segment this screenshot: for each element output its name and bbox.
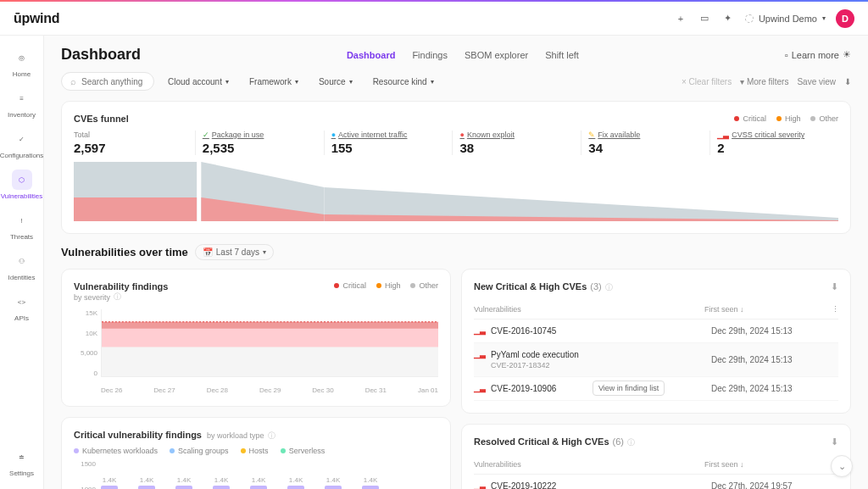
sidebar-item-vulnerabilities[interactable]: ⬡Vulnerabilities [0, 164, 43, 205]
brand-logo: pwind [14, 11, 59, 26]
resolved-cves-card: Resolved Critical & High CVEs (6) ⓘ ⬇ Vu… [461, 424, 851, 489]
funnel-chart [74, 162, 838, 221]
scroll-down-fab[interactable]: ⌄ [831, 455, 853, 477]
sidebar-item-settings[interactable]: ≐Settings [0, 442, 43, 482]
new-cves-card: New Critical & High CVEs (3) ⓘ ⬇ Vulnera… [461, 269, 851, 414]
funnel-stage-exploit[interactable]: ●Known exploit38 [452, 131, 581, 155]
check-circle-icon: ✓ [203, 131, 209, 139]
bug-icon: ⬡ [12, 169, 32, 190]
tab-dashboard[interactable]: Dashboard [347, 47, 395, 64]
sidebar-item-threats[interactable]: !Threats [0, 205, 43, 246]
sidebar-item-apis[interactable]: <>APIs [0, 286, 43, 327]
download-icon[interactable]: ⬇ [831, 281, 838, 292]
overtime-section: Vulnerabilities over time 📅 Last 7 days … [61, 244, 851, 260]
sidebar-item-configurations[interactable]: ✓Configurations [0, 124, 43, 164]
globe-icon: ● [331, 131, 336, 139]
resolved-cves-title: Resolved Critical & High CVEs [474, 436, 609, 447]
wrench-icon: ✎ [588, 131, 595, 139]
signal-icon: ▁▃ [474, 350, 486, 358]
table-row[interactable]: ▁▃CVE-2019-10222 Dec 27th, 2024 19:57 [474, 475, 838, 489]
workspace-name: Upwind Demo [759, 14, 817, 24]
findings-chart-subtitle: by severity ⓘ [74, 292, 168, 303]
code-icon: <> [12, 292, 32, 312]
table-row[interactable]: ▁▃CVE-2016-10745 Dec 29th, 2024 15:13 [474, 320, 838, 343]
search-input[interactable]: ⌕ [61, 72, 154, 91]
workload-legend: Kubernetes workloads Scaling groups Host… [74, 447, 438, 455]
alert-icon: ! [12, 210, 32, 231]
filter-resource-kind[interactable]: Resource kind ▾ [366, 74, 441, 90]
col-vulnerabilities[interactable]: Vulnerabilities [474, 460, 704, 469]
table-row[interactable]: ▁▃ PyYaml code executionCVE-2017-18342 D… [474, 343, 838, 377]
funnel-title: CVEs funnel [74, 114, 129, 124]
col-first-seen[interactable]: First seen [704, 305, 738, 314]
signal-icon: ▁▃ [474, 481, 486, 489]
funnel-card: CVEs funnel Critical High Other Total2,5… [61, 101, 851, 234]
funnel-stage-package[interactable]: ✓Package in use2,535 [195, 131, 324, 155]
filters-row: ⌕ Cloud account ▾ Framework ▾ Source ▾ R… [61, 72, 851, 91]
filter-cloud-account[interactable]: Cloud account ▾ [161, 74, 236, 90]
funnel-stage-fix[interactable]: ✎Fix available34 [581, 131, 709, 155]
sidebar-item-home[interactable]: ◎Home [0, 42, 43, 83]
workspace-dot-icon [745, 14, 754, 23]
kebab-icon[interactable]: ⋮ [832, 305, 838, 314]
workspace-switcher[interactable]: Upwind Demo ▾ [745, 14, 826, 24]
critical-findings-title: Critical vulnerability findings [74, 430, 202, 440]
sliders-icon: ≐ [12, 447, 32, 467]
chevron-down-icon: ▾ [822, 14, 826, 22]
book-icon[interactable]: ▭ [698, 12, 711, 25]
funnel-stage-cvss[interactable]: ▁▃CVSS critical severity2 [709, 131, 838, 155]
info-icon[interactable]: ⓘ [114, 292, 121, 303]
tab-sbom[interactable]: SBOM explorer [465, 47, 528, 64]
time-range-selector[interactable]: 📅 Last 7 days ▾ [195, 244, 274, 260]
resolved-cves-count: (6) [613, 436, 624, 447]
new-cves-title: New Critical & High CVEs [474, 281, 587, 292]
new-cves-count: (3) [590, 281, 601, 292]
page-tabs: Dashboard Findings SBOM explorer Shift l… [347, 47, 579, 64]
findings-chart-title: Vulnerability findings [74, 281, 168, 292]
clear-filters-button[interactable]: × Clear filters [682, 77, 732, 86]
app-header: pwind + ▭ ✦ Upwind Demo ▾ D [0, 2, 868, 36]
findings-area-chart: 15K10K5,0000 Dec 26Dec 27Dec 28Dec 29Dec… [74, 309, 438, 394]
critical-findings-bars: 15001000500 1.4K 1.4K 1.4K 1.4K 1.4K 1.4… [74, 460, 438, 490]
funnel-legend: Critical High Other [734, 114, 838, 123]
check-icon: ✓ [12, 129, 32, 149]
more-filters-button[interactable]: ▾ More filters [740, 77, 788, 86]
tab-shiftleft[interactable]: Shift left [545, 47, 579, 64]
funnel-stage-traffic[interactable]: ●Active internet traffic155 [324, 131, 453, 155]
avatar[interactable]: D [836, 9, 854, 28]
download-icon[interactable]: ⬇ [844, 77, 851, 86]
signal-icon: ▁▃ [474, 326, 486, 335]
view-in-finding-list-button[interactable]: View in finding list [593, 381, 665, 396]
search-icon: ⌕ [70, 76, 76, 86]
filter-framework[interactable]: Framework ▾ [242, 74, 305, 90]
table-row[interactable]: ▁▃CVE-2019-10906 View in finding list De… [474, 377, 838, 401]
signal-icon: ▁▃ [717, 131, 729, 139]
learn-more-link[interactable]: ▫ Learn more ☀ [785, 49, 851, 60]
sidebar-item-identities[interactable]: ⚇Identities [0, 246, 43, 286]
download-icon[interactable]: ⬇ [831, 436, 838, 447]
plus-icon[interactable]: + [674, 12, 687, 25]
sidebar-item-inventory[interactable]: ≡Inventory [0, 83, 43, 124]
save-view-button[interactable]: Save view [797, 77, 836, 86]
critical-findings-card: Critical vulnerability findings by workl… [61, 417, 451, 489]
target-icon: ◎ [12, 47, 32, 68]
col-first-seen[interactable]: First seen [704, 460, 738, 469]
signal-icon: ▁▃ [474, 384, 486, 392]
info-icon[interactable]: ⓘ [268, 431, 275, 442]
svg-rect-2 [102, 322, 438, 329]
info-icon[interactable]: ⓘ [627, 437, 635, 448]
sidebar: ◎Home ≡Inventory ✓Configurations ⬡Vulner… [0, 36, 44, 489]
findings-chart-card: Vulnerability findings by severity ⓘ Cri… [61, 269, 451, 407]
funnel-stage-total[interactable]: Total2,597 [74, 131, 195, 155]
list-icon: ≡ [12, 88, 32, 108]
search-field[interactable] [81, 77, 145, 86]
col-vulnerabilities[interactable]: Vulnerabilities [474, 305, 704, 314]
info-icon[interactable]: ⓘ [605, 282, 613, 293]
danger-icon: ● [459, 131, 464, 139]
run-icon[interactable]: ✦ [721, 12, 735, 25]
person-icon: ⚇ [12, 251, 32, 271]
filter-source[interactable]: Source ▾ [312, 74, 359, 90]
page-title: Dashboard [61, 46, 141, 64]
tab-findings[interactable]: Findings [412, 47, 448, 64]
